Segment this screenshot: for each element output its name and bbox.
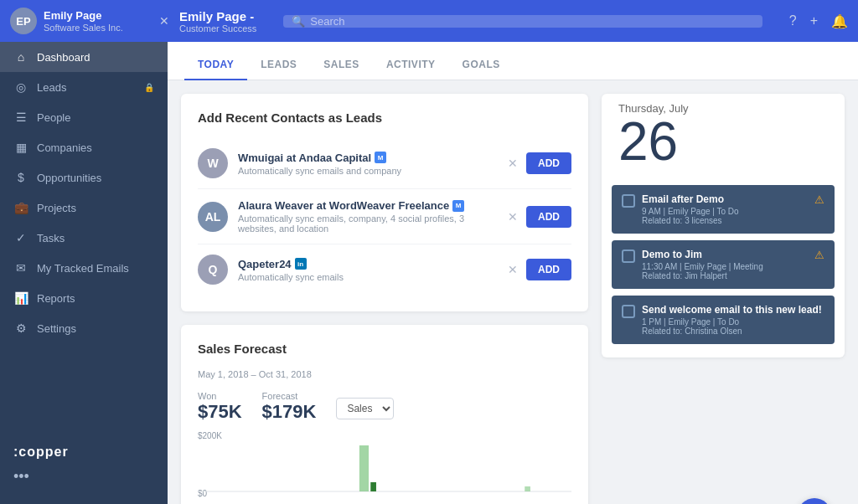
- cal-title-2: Demo to Jim: [642, 249, 808, 260]
- cal-time-1: 9 AM | Emily Page | To Do: [642, 207, 808, 216]
- add-lead-1-button[interactable]: ADD: [526, 152, 571, 174]
- avatar: EP: [10, 8, 37, 34]
- sidebar-item-companies[interactable]: ▦ Companies: [0, 132, 168, 162]
- sidebar-badge-leads: 🔒: [144, 83, 154, 92]
- lead-item-2: AL Alaura Weaver at WordWeaver Freelance…: [198, 189, 571, 244]
- dismiss-lead-1-icon[interactable]: ✕: [508, 157, 518, 170]
- dismiss-lead-2-icon[interactable]: ✕: [508, 210, 518, 224]
- cal-time-2: 11:30 AM | Emily Page | Meeting: [642, 262, 808, 271]
- sidebar-label-opportunities: Opportunities: [37, 172, 154, 184]
- search-icon: 🔍: [292, 15, 305, 28]
- calendar-item-3: Send welcome email to this new lead! 1 P…: [612, 296, 835, 344]
- help-icon[interactable]: ?: [789, 13, 797, 28]
- sidebar-label-tracked-emails: My Tracked Emails: [37, 262, 154, 275]
- content-grid: Add Recent Contacts as Leads W Wmuigai a…: [168, 80, 858, 504]
- sidebar-icon-dashboard: ⌂: [13, 50, 28, 64]
- warning-icon-2: ⚠: [814, 249, 824, 261]
- forecast-label: Forecast: [262, 391, 317, 401]
- sidebar-item-people[interactable]: ☰ People: [0, 102, 168, 132]
- lead-actions-3: ✕ ADD: [508, 259, 571, 280]
- left-column: Add Recent Contacts as Leads W Wmuigai a…: [181, 94, 588, 504]
- header-page-title: Emily Page -: [179, 9, 256, 23]
- lead-name-1: Wmuigai at Andaa Capital M: [238, 152, 498, 164]
- chart-svg: [198, 431, 571, 498]
- search-input[interactable]: [310, 15, 753, 28]
- forecast-dropdown[interactable]: Sales: [336, 398, 394, 419]
- sidebar-item-dashboard[interactable]: ⌂ Dashboard: [0, 42, 168, 72]
- cal-related-2: Related to: Jim Halpert: [642, 271, 808, 280]
- calendar-card: Thursday, July 26 Email after Demo 9 AM …: [602, 94, 845, 357]
- lead-item-1: W Wmuigai at Andaa Capital M Automatical…: [198, 138, 571, 189]
- forecast-numbers: Won $75K Forecast $179K Sales: [198, 391, 571, 423]
- lead-actions-1: ✕ ADD: [508, 152, 571, 174]
- leads-card: Add Recent Contacts as Leads W Wmuigai a…: [181, 94, 588, 311]
- chart-area: $200K $0: [198, 431, 571, 504]
- header-page-subtitle: Customer Success: [179, 23, 256, 33]
- sidebar-item-projects[interactable]: 💼 Projects: [0, 193, 168, 223]
- sidebar-icon-tasks: ✓: [13, 231, 28, 244]
- tab-sales[interactable]: SALES: [310, 49, 373, 80]
- sidebar-icon-tracked-emails: ✉: [13, 261, 28, 275]
- copper-logo: :copper: [0, 436, 168, 468]
- sidebar-item-settings[interactable]: ⚙ Settings: [0, 313, 168, 343]
- dismiss-lead-3-icon[interactable]: ✕: [508, 263, 518, 276]
- main-layout: ⌂ Dashboard ◎ Leads 🔒 ☰ People ▦ Compani…: [0, 42, 858, 504]
- won-value: $75K: [198, 401, 242, 423]
- more-options-icon[interactable]: •••: [0, 468, 168, 494]
- content-area: TODAYLEADSSALESACTIVITYGOALS Add Recent …: [168, 42, 858, 504]
- tab-leads[interactable]: LEADS: [247, 49, 310, 80]
- cal-checkbox-3[interactable]: [622, 305, 635, 318]
- user-company: Software Sales Inc.: [44, 23, 152, 33]
- lead-item-3: Q Qapeter24 in Automatically sync emails…: [198, 244, 571, 295]
- svg-rect-1: [359, 445, 369, 491]
- close-icon[interactable]: ✕: [159, 14, 169, 28]
- chat-fab[interactable]: 💬: [798, 498, 831, 504]
- forecast-value: $179K: [262, 401, 317, 423]
- sidebar-bottom: :copper •••: [0, 436, 168, 494]
- cal-content-3: Send welcome email to this new lead! 1 P…: [642, 304, 824, 336]
- sidebar-item-opportunities[interactable]: $ Opportunities: [0, 162, 168, 193]
- sidebar-label-leads: Leads: [37, 81, 136, 94]
- lead-info-3: Qapeter24 in Automatically sync emails: [238, 258, 498, 282]
- sidebar-item-tracked-emails[interactable]: ✉ My Tracked Emails: [0, 253, 168, 283]
- lead-desc-3: Automatically sync emails: [238, 272, 498, 282]
- cal-checkbox-1[interactable]: [622, 194, 635, 208]
- user-info: EP Emily Page Software Sales Inc. ✕: [10, 8, 169, 34]
- top-header: EP Emily Page Software Sales Inc. ✕ Emil…: [0, 0, 858, 42]
- add-lead-2-button[interactable]: ADD: [526, 206, 571, 228]
- sidebar-item-tasks[interactable]: ✓ Tasks: [0, 223, 168, 253]
- sidebar: ⌂ Dashboard ◎ Leads 🔒 ☰ People ▦ Compani…: [0, 42, 168, 504]
- sidebar-icon-opportunities: $: [13, 171, 28, 184]
- sidebar-item-reports[interactable]: 📊 Reports: [0, 283, 168, 313]
- lead-desc-1: Automatically sync emails and company: [238, 166, 498, 176]
- lead-desc-2: Automatically sync emails, company, 4 so…: [238, 213, 498, 234]
- user-name: Emily Page: [44, 9, 152, 23]
- add-icon[interactable]: +: [810, 13, 818, 28]
- leads-card-title: Add Recent Contacts as Leads: [198, 111, 571, 125]
- cal-content-2: Demo to Jim 11:30 AM | Emily Page | Meet…: [642, 249, 808, 280]
- sidebar-icon-settings: ⚙: [13, 321, 28, 335]
- lead-avatar-3: Q: [198, 255, 228, 285]
- lead-name-2: Alaura Weaver at WordWeaver Freelance M: [238, 199, 498, 212]
- cal-checkbox-2[interactable]: [622, 249, 635, 263]
- tab-activity[interactable]: ACTIVITY: [373, 49, 449, 80]
- tabs-bar: TODAYLEADSSALESACTIVITYGOALS: [168, 42, 858, 80]
- search-bar[interactable]: 🔍: [283, 15, 762, 28]
- cal-title-1: Email after Demo: [642, 193, 808, 205]
- sidebar-label-tasks: Tasks: [37, 232, 154, 244]
- sidebar-icon-reports: 📊: [13, 291, 28, 305]
- sidebar-label-companies: Companies: [37, 141, 154, 154]
- sidebar-icon-companies: ▦: [13, 141, 28, 154]
- tab-today[interactable]: TODAY: [184, 49, 247, 80]
- svg-rect-2: [370, 482, 376, 491]
- cal-content-1: Email after Demo 9 AM | Emily Page | To …: [642, 193, 808, 225]
- warning-icon-1: ⚠: [814, 193, 824, 206]
- sidebar-label-reports: Reports: [37, 292, 154, 305]
- sidebar-item-leads[interactable]: ◎ Leads 🔒: [0, 72, 168, 102]
- cal-title-3: Send welcome email to this new lead!: [642, 304, 824, 316]
- sidebar-icon-leads: ◎: [13, 80, 28, 94]
- add-lead-3-button[interactable]: ADD: [526, 259, 571, 280]
- cal-related-1: Related to: 3 licenses: [642, 216, 808, 225]
- notification-icon[interactable]: 🔔: [831, 13, 848, 29]
- tab-goals[interactable]: GOALS: [449, 49, 514, 80]
